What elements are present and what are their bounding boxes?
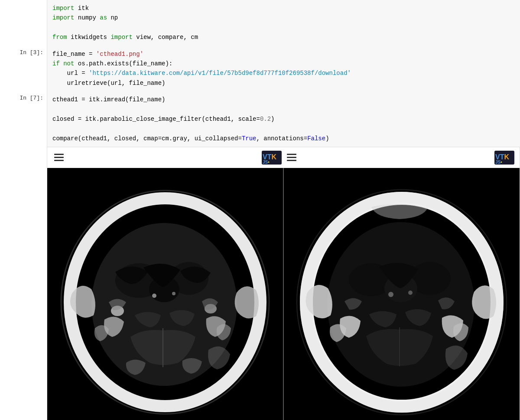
keyword: if [52, 60, 60, 67]
code-text: os.path.exists(file_name): [74, 60, 172, 67]
ct-scan-right [284, 168, 520, 420]
svg-point-15 [152, 294, 156, 298]
operator: = [78, 116, 81, 123]
ct-scan-left [47, 168, 283, 420]
operator: = [304, 135, 307, 142]
left-menu-button[interactable] [52, 152, 65, 163]
keyword-false: False [307, 135, 325, 142]
svg-text:JS•: JS• [263, 160, 270, 165]
code-text: itk.parabolic_close_image_filter(cthead1… [81, 116, 256, 123]
toolbar-center: VTK JS• [262, 151, 298, 165]
code-text: ) [271, 116, 274, 123]
vtk-logo-left: VTK JS• [262, 151, 282, 165]
cell-label-2: In [3]: [20, 49, 43, 56]
keyword: from [52, 34, 67, 41]
toolbar-right: VTK JS• [494, 151, 514, 165]
code-text: ) [325, 135, 329, 142]
cell-code-2: file_name = 'cthead1.png' if not os.path… [47, 46, 520, 92]
viewer-output: VTK JS• VTK JS• [0, 147, 520, 420]
keyword-true: True [242, 135, 257, 142]
code-text: compare(cthead1, closed, cmap [52, 135, 158, 142]
code-line: cthead1 = itk.imread(file_name) [52, 95, 515, 104]
svg-point-27 [388, 292, 393, 297]
code-text: cthead1 [52, 96, 81, 103]
ct-image-right [284, 168, 520, 420]
keyword: import [110, 34, 132, 41]
keyword: not [63, 60, 74, 67]
cell-filename: In [3]: file_name = 'cthead1.png' if not… [0, 46, 520, 92]
code-text: numpy [74, 14, 100, 21]
viewer-gutter [0, 147, 47, 420]
cell-imports: import itk import numpy as np from itkwi… [0, 0, 520, 46]
viewer-images [47, 168, 520, 420]
code-line: import numpy as np [52, 13, 515, 23]
operator: = [81, 96, 85, 103]
code-text: urlretrieve(url, file_name) [52, 80, 165, 87]
keyword: import [52, 14, 74, 21]
cell-gutter-3: In [7]: [0, 91, 47, 147]
code-text: file_name [52, 51, 89, 58]
viewer-toolbar: VTK JS• VTK JS• [47, 147, 520, 168]
code-text: , annotations [257, 135, 304, 142]
svg-point-16 [172, 292, 176, 295]
operator: = [81, 70, 85, 77]
operator: = [256, 116, 260, 123]
url-string: 'https://data.kitware.com/api/v1/file/57… [89, 70, 351, 77]
keyword-as: as [100, 14, 107, 21]
ct-image-left [47, 168, 284, 420]
center-menu-button[interactable] [285, 152, 298, 163]
vtk-logo-right: VTK JS• [494, 151, 514, 165]
string: 'cthead1.png' [96, 51, 143, 58]
code-line: compare(cthead1, closed, cmap=cm.gray, u… [52, 134, 515, 143]
cell-code-1: import itk import numpy as np from itkwi… [47, 0, 520, 46]
code-text: itkwidgets [67, 34, 111, 41]
number: 0.2 [260, 116, 271, 123]
svg-text:JS•: JS• [495, 160, 502, 165]
code-text [60, 60, 63, 67]
keyword: import [52, 5, 74, 12]
operator: = [158, 135, 162, 142]
code-line: file_name = 'cthead1.png' [52, 49, 515, 59]
code-text: cm.gray, ui_collapsed [162, 135, 238, 142]
code-text [92, 51, 96, 58]
toolbar-left [52, 152, 65, 163]
vtk-logo-svg-left: VTK JS• [262, 151, 282, 165]
cell-code-3: cthead1 = itk.imread(file_name) closed =… [47, 91, 520, 147]
code-text: view, compare, cm [133, 34, 198, 41]
vtk-viewer: VTK JS• VTK JS• [47, 147, 520, 420]
cell-gutter-1 [0, 0, 47, 46]
code-text: closed [52, 116, 78, 123]
code-line [52, 105, 515, 114]
vtk-logo-svg-right: VTK JS• [494, 151, 514, 165]
cell-compare: In [7]: cthead1 = itk.imread(file_name) … [0, 91, 520, 147]
code-text: itk.imread(file_name) [85, 96, 166, 103]
code-line: url = 'https://data.kitware.com/api/v1/f… [52, 68, 515, 78]
code-line [52, 124, 515, 133]
cell-label-3: In [7]: [20, 95, 43, 101]
code-line [52, 23, 515, 32]
code-line: from itkwidgets import view, compare, cm [52, 32, 515, 42]
code-line: urlretrieve(url, file_name) [52, 78, 515, 88]
cell-gutter-2: In [3]: [0, 46, 47, 92]
operator: = [238, 135, 241, 142]
code-line: if not os.path.exists(file_name): [52, 59, 515, 68]
code-text [85, 70, 89, 77]
code-line: import itk [52, 3, 515, 13]
code-text: np [107, 14, 118, 21]
code-text: itk [74, 5, 89, 12]
code-line: closed = itk.parabolic_close_image_filte… [52, 114, 515, 124]
code-text: url [52, 70, 81, 77]
svg-point-28 [408, 291, 413, 295]
